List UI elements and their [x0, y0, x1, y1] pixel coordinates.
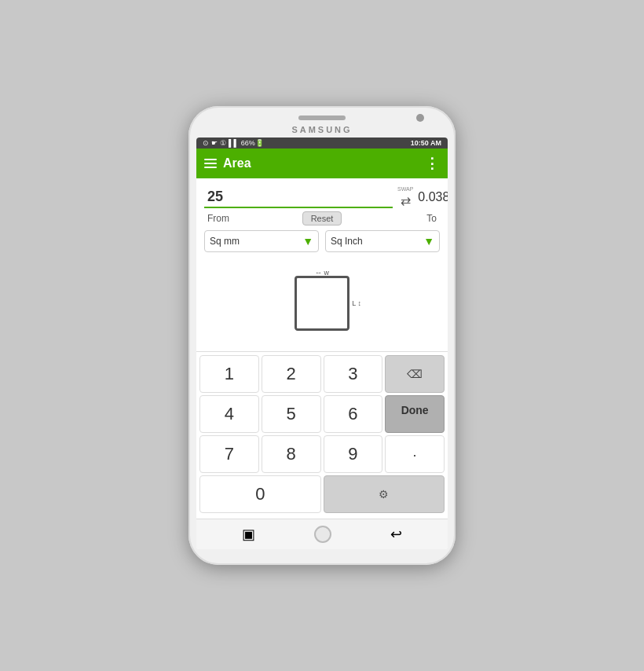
home-icon [314, 526, 331, 543]
key-row-4: 0 ⚙ [199, 475, 445, 513]
status-bar: ⊙ ☛ ① ▌▌ 66%🔋 10:50 AM [196, 138, 448, 148]
swap-label: SWAP [397, 186, 413, 192]
phone-camera [416, 114, 424, 122]
from-unit-dropdown[interactable]: Sq mm ▼ [204, 230, 319, 252]
signal-icon: ① [220, 139, 226, 147]
from-dropdown-arrow: ▼ [302, 235, 313, 248]
reset-button[interactable]: Reset [302, 211, 342, 226]
to-label: To [342, 213, 440, 224]
to-dropdown-arrow: ▼ [423, 235, 434, 248]
label-row: From Reset To [204, 211, 440, 226]
key-3[interactable]: 3 [324, 355, 383, 393]
recent-apps-icon: ▣ [242, 526, 255, 543]
key-4[interactable]: 4 [199, 395, 259, 433]
from-unit-label: Sq mm [210, 236, 240, 247]
phone-brand: SAMSUNG [196, 125, 448, 134]
hamburger-line-2 [204, 163, 217, 164]
recent-apps-button[interactable]: ▣ [242, 526, 255, 543]
hamburger-icon[interactable] [204, 159, 217, 168]
swap-button[interactable]: SWAP ⇄ [397, 186, 413, 208]
back-button[interactable]: ↩ [390, 526, 402, 543]
backspace-key[interactable]: ⌫ [385, 355, 445, 393]
done-key[interactable]: Done [385, 395, 445, 433]
status-time: 10:50 AM [411, 139, 441, 147]
phone-top [196, 116, 448, 120]
wifi-icon: ☛ [211, 139, 218, 147]
phone-screen: ⊙ ☛ ① ▌▌ 66%🔋 10:50 AM Area ⋮ [196, 138, 448, 549]
from-label: From [204, 213, 302, 224]
to-value: 0.03875 [418, 190, 448, 204]
key-row-1: 1 2 3 ⌫ [199, 355, 445, 393]
phone-device: SAMSUNG ⊙ ☛ ① ▌▌ 66%🔋 10:50 AM Area [188, 106, 456, 565]
width-arrow: ↔ w [297, 269, 347, 277]
hamburger-line-1 [204, 159, 217, 160]
app-title: Area [223, 156, 251, 170]
battery-icon: 66%🔋 [241, 139, 264, 147]
phone-speaker [298, 116, 346, 120]
settings-key[interactable]: ⚙ [324, 475, 445, 513]
key-row-2: 4 5 6 Done [199, 395, 445, 433]
key-row-3: 7 8 9 . [199, 435, 445, 473]
more-icon[interactable]: ⋮ [425, 155, 440, 172]
hamburger-line-3 [204, 167, 217, 168]
to-unit-label: Sq Inch [331, 236, 363, 247]
dot-key[interactable]: . [385, 435, 445, 473]
back-icon: ↩ [390, 526, 402, 543]
from-input[interactable] [204, 187, 393, 208]
bars-icon: ▌▌ [229, 139, 239, 147]
to-unit-dropdown[interactable]: Sq Inch ▼ [325, 230, 440, 252]
shape-square: ↔ w L ↕ [295, 276, 349, 331]
key-6[interactable]: 6 [324, 395, 383, 433]
key-5[interactable]: 5 [262, 395, 321, 433]
key-9[interactable]: 9 [324, 435, 383, 473]
key-0[interactable]: 0 [199, 475, 321, 513]
keyboard: 1 2 3 ⌫ 4 5 6 Done 7 8 9 . 0 [196, 351, 448, 519]
home-button[interactable] [314, 526, 331, 543]
status-icons: ⊙ ☛ ① ▌▌ 66%🔋 [203, 139, 264, 147]
converter-area: SWAP ⇄ 0.03875 From Reset To Sq mm ▼ Sq … [196, 178, 448, 351]
length-label: L ↕ [352, 299, 361, 307]
alarm-icon: ⊙ [203, 139, 209, 147]
swap-arrows-icon: ⇄ [401, 193, 411, 208]
key-1[interactable]: 1 [199, 355, 259, 393]
app-bar-left: Area [204, 156, 251, 170]
key-2[interactable]: 2 [262, 355, 321, 393]
dropdown-row: Sq mm ▼ Sq Inch ▼ [204, 230, 440, 252]
input-row: SWAP ⇄ 0.03875 [204, 186, 440, 208]
width-label: ↔ w [315, 269, 329, 277]
settings-icon: ⚙ [379, 488, 389, 500]
bottom-nav: ▣ ↩ [196, 519, 448, 549]
app-bar: Area ⋮ [196, 148, 448, 178]
key-7[interactable]: 7 [199, 435, 259, 473]
shape-diagram: ↔ w L ↕ [204, 260, 440, 346]
backspace-icon: ⌫ [407, 368, 423, 380]
key-8[interactable]: 8 [262, 435, 321, 473]
